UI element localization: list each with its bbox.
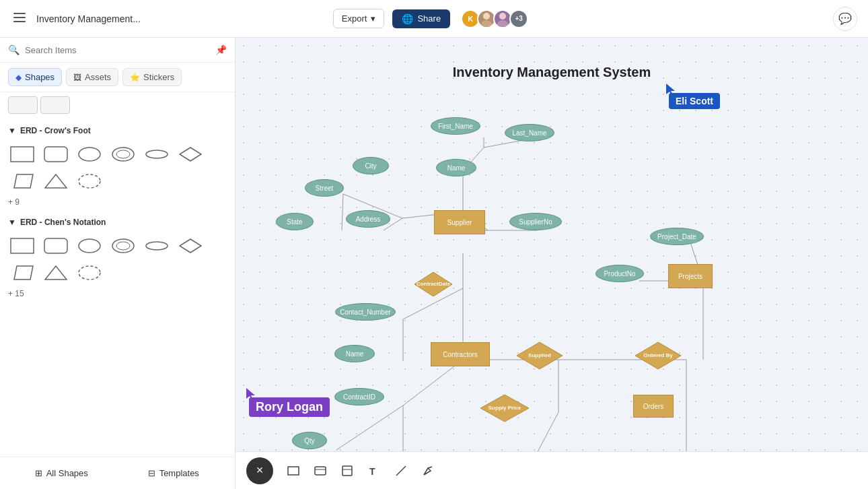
group-header-crowsfoot[interactable]: ▼ ERD - Crow's Foot	[8, 126, 227, 135]
svg-line-42	[403, 360, 463, 405]
svg-rect-17	[11, 238, 34, 253]
search-icon: 🔍	[8, 44, 20, 55]
svg-point-9	[79, 148, 100, 161]
cursor-rory-logan: Rory Logan	[246, 388, 330, 420]
tool-rectangle[interactable]	[281, 459, 305, 483]
node-address[interactable]: Address	[346, 210, 390, 228]
svg-text:ContractDate: ContractDate	[417, 281, 451, 287]
pin-icon[interactable]: 📌	[215, 44, 227, 55]
svg-point-4	[481, 20, 492, 27]
shape-subtab-1[interactable]	[8, 96, 38, 114]
svg-point-19	[79, 239, 100, 253]
shape-triangle[interactable]	[42, 170, 70, 192]
node-contact-number[interactable]: Contact_Number	[335, 303, 396, 321]
svg-text:Supply Price: Supply Price	[489, 405, 521, 411]
globe-icon: 🌐	[402, 13, 413, 24]
shape-parallelogram[interactable]	[8, 170, 36, 192]
node-ordered-by[interactable]: Ordered By	[634, 341, 682, 370]
svg-marker-23	[180, 239, 201, 253]
shape-ellipse-hollow[interactable]	[109, 143, 137, 165]
node-first-name[interactable]: First_Name	[431, 117, 480, 135]
canvas[interactable]: Inventory Management System	[236, 38, 868, 489]
shape-dashed-ellipse[interactable]	[75, 170, 104, 192]
share-label: Share	[417, 13, 441, 24]
export-button[interactable]: Export ▾	[333, 9, 385, 28]
templates-label: Templates	[159, 468, 199, 478]
bottom-toolbar: × T	[236, 451, 868, 489]
doc-title: Inventory Management...	[36, 13, 325, 24]
svg-point-6	[497, 20, 508, 27]
shape-parallelogram-chens[interactable]	[8, 262, 36, 284]
node-supplier[interactable]: Supplier	[434, 210, 485, 234]
node-supplied[interactable]: Supplied	[515, 341, 564, 370]
shape-rounded-chens[interactable]	[42, 235, 70, 257]
svg-line-43	[336, 405, 403, 450]
shape-flat-chens[interactable]	[143, 235, 171, 257]
node-orders-top[interactable]: Orders	[633, 395, 674, 418]
tab-shapes[interactable]: ◆ Shapes	[8, 68, 62, 86]
cursor-label-eli: Eli Scott	[669, 93, 720, 109]
svg-text:Ordered By: Ordered By	[643, 352, 673, 358]
templates-button[interactable]: ⊟ Templates	[118, 463, 230, 484]
node-city[interactable]: City	[353, 157, 389, 174]
tool-container[interactable]	[308, 459, 332, 483]
shape-rect-chens[interactable]	[8, 235, 36, 257]
node-qty[interactable]: Qty	[292, 432, 327, 449]
svg-rect-66	[315, 467, 326, 475]
node-supplierNo[interactable]: SupplierNo	[509, 213, 562, 230]
chat-button[interactable]: 💬	[833, 7, 857, 31]
node-contractID[interactable]: ContractID	[334, 388, 384, 405]
more-count-crowsfoot[interactable]: + 9	[8, 195, 227, 209]
node-state[interactable]: State	[276, 213, 314, 230]
tool-pen[interactable]	[416, 459, 440, 483]
tool-line[interactable]	[389, 459, 413, 483]
tab-stickers[interactable]: ⭐ Stickers	[122, 68, 182, 86]
shape-subtab-2[interactable]	[40, 96, 70, 114]
cursor-label-rory: Rory Logan	[249, 397, 330, 417]
search-input[interactable]	[25, 45, 210, 55]
tool-text[interactable]: T	[362, 459, 386, 483]
svg-point-26	[79, 266, 100, 280]
shape-rect[interactable]	[8, 143, 36, 165]
close-fab-button[interactable]: ×	[246, 457, 273, 484]
svg-marker-14	[14, 174, 33, 188]
shapes-grid-chens	[8, 232, 227, 286]
more-count-chens[interactable]: + 15	[8, 286, 227, 301]
node-street[interactable]: Street	[305, 179, 344, 197]
group-header-chens[interactable]: ▼ ERD - Chen's Notation	[8, 218, 227, 227]
group-label-chens: ERD - Chen's Notation	[20, 218, 106, 227]
avatars: K +3	[461, 9, 528, 28]
shape-dashed-chens[interactable]	[75, 262, 104, 284]
diagram-title: Inventory Management System	[453, 65, 651, 80]
node-name-mid[interactable]: Name	[334, 345, 375, 362]
tab-assets-label: Assets	[85, 72, 111, 82]
node-productNo[interactable]: ProductNo	[595, 265, 644, 282]
sidebar-bottom: ⊞ All Shapes ⊟ Templates	[0, 457, 235, 489]
svg-rect-68	[342, 466, 352, 476]
shape-diamond-chens[interactable]	[176, 235, 205, 257]
node-supply-price[interactable]: Supply Price	[479, 393, 530, 423]
tool-sticky[interactable]	[335, 459, 359, 483]
group-arrow-icon-chens: ▼	[8, 218, 16, 227]
shape-triangle-chens[interactable]	[42, 262, 70, 284]
node-name-top[interactable]: Name	[436, 159, 476, 176]
node-project-date[interactable]: Project_Date	[650, 228, 704, 245]
menu-button[interactable]	[11, 9, 28, 28]
stickers-icon: ⭐	[130, 73, 140, 82]
shape-ellipse2-chens[interactable]	[109, 235, 137, 257]
node-last-name[interactable]: Last_Name	[505, 124, 554, 141]
shape-ellipse-solid[interactable]	[75, 143, 104, 165]
tab-assets[interactable]: 🖼 Assets	[66, 68, 118, 86]
node-projects[interactable]: Projects	[668, 264, 713, 288]
svg-point-10	[112, 148, 134, 161]
shape-ellipse-chens[interactable]	[75, 235, 104, 257]
shape-diamond[interactable]	[176, 143, 205, 165]
node-contractors[interactable]: Contractors	[431, 342, 490, 366]
shape-flat-ellipse[interactable]	[143, 143, 171, 165]
all-shapes-button[interactable]: ⊞ All Shapes	[5, 463, 118, 484]
svg-rect-0	[13, 13, 26, 14]
share-button[interactable]: 🌐 Share	[392, 9, 450, 28]
node-contractDate[interactable]: ContractDate	[413, 271, 454, 298]
tab-bar: ◆ Shapes 🖼 Assets ⭐ Stickers	[0, 63, 235, 92]
shape-rounded-rect[interactable]	[42, 143, 70, 165]
